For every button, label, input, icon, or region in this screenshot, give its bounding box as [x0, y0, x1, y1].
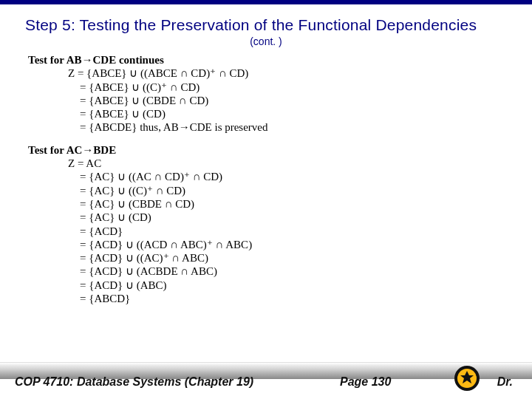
section2-line: = {ACD} ∪ ((ACD ∩ ABC)⁺ ∩ ABC) [28, 238, 517, 251]
section1-line: = {ABCDE} thus, AB→CDE is preserved [28, 120, 517, 134]
footer-course: COP 4710: Database Systems (Chapter 19) [15, 375, 253, 389]
section1-line: = {ABCE} ∪ (CBDE ∩ CD) [28, 94, 517, 107]
section1-line: = {ABCE} ∪ ((C)⁺ ∩ CD) [28, 81, 517, 94]
section2-line: = {AC} ∪ (CD) [28, 211, 517, 224]
slide-title: Step 5: Testing the Preservation of the … [0, 4, 532, 34]
section2-line: = {ABCD} [28, 292, 517, 305]
section2-line: = {ACD} ∪ (ABC) [28, 279, 517, 292]
slide: Step 5: Testing the Preservation of the … [0, 0, 532, 399]
section2-line: = {AC} ∪ ((C)⁺ ∩ CD) [28, 184, 517, 197]
spacer [28, 134, 517, 143]
slide-footer: COP 4710: Database Systems (Chapter 19) … [0, 362, 532, 399]
section1-heading: Test for AB→CDE continues [28, 53, 517, 66]
footer-author: Dr. [497, 375, 513, 389]
section2-line: = {AC} ∪ (CBDE ∩ CD) [28, 197, 517, 211]
section1-line: Z = {ABCE} ∪ ((ABCE ∩ CD)⁺ ∩ CD) [28, 66, 517, 80]
section2-line: = {ACD} ∪ ((AC)⁺ ∩ ABC) [28, 251, 517, 265]
footer-text: COP 4710: Database Systems (Chapter 19) … [0, 369, 532, 395]
slide-subtitle: (cont. ) [0, 35, 532, 47]
section2-line: Z = AC [28, 157, 517, 170]
ucf-logo-icon [454, 365, 480, 392]
section1-line: = {ABCE} ∪ (CD) [28, 107, 517, 120]
section2-line: = {ACD} [28, 225, 517, 238]
footer-page: Page 130 [340, 375, 391, 389]
section2-heading: Test for AC→BDE [28, 143, 517, 157]
section2-line: = {AC} ∪ ((AC ∩ CD)⁺ ∩ CD) [28, 170, 517, 183]
section2-line: = {ACD} ∪ (ACBDE ∩ ABC) [28, 265, 517, 278]
slide-content: Test for AB→CDE continues Z = {ABCE} ∪ (… [0, 47, 532, 305]
